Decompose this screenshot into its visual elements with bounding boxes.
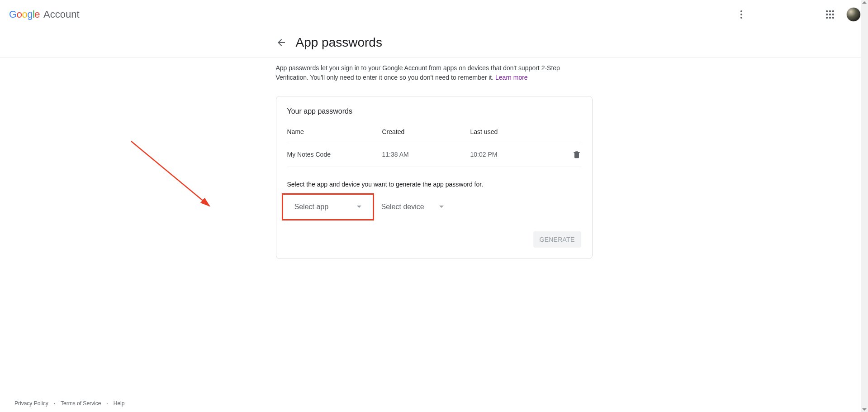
table-row: My Notes Code 11:38 AM 10:02 PM — [287, 142, 581, 167]
row-last-used: 10:02 PM — [470, 151, 563, 158]
logo-group[interactable]: Google Account — [9, 9, 80, 20]
col-created: Created — [382, 128, 470, 135]
select-instruction: Select the app and device you want to ge… — [287, 181, 581, 188]
terms-link[interactable]: Terms of Service — [61, 400, 101, 407]
header-actions — [732, 5, 861, 24]
app-passwords-card: Your app passwords Name Created Last use… — [276, 96, 593, 259]
chevron-down-icon — [439, 206, 444, 208]
select-app-label: Select app — [294, 203, 329, 211]
col-last-used: Last used — [470, 128, 563, 135]
generate-button[interactable]: GENERATE — [533, 231, 581, 248]
col-name: Name — [287, 128, 382, 135]
svg-line-0 — [131, 141, 209, 206]
delete-button[interactable] — [572, 149, 581, 159]
google-apps-button[interactable] — [821, 5, 839, 24]
page-title: App passwords — [296, 35, 382, 50]
row-name: My Notes Code — [287, 151, 382, 158]
google-logo: Google — [9, 9, 40, 20]
selects-row: Select app Select device — [287, 196, 581, 218]
scrollbar[interactable] — [861, 0, 868, 412]
select-device-label: Select device — [381, 203, 424, 211]
row-created: 11:38 AM — [382, 151, 470, 158]
annotation-arrow — [130, 140, 221, 217]
card-title: Your app passwords — [287, 107, 581, 115]
learn-more-link[interactable]: Learn more — [495, 74, 528, 81]
help-link[interactable]: Help — [114, 400, 125, 407]
product-name: Account — [43, 9, 80, 20]
scroll-up-icon[interactable] — [862, 1, 867, 4]
select-app-dropdown[interactable]: Select app — [287, 196, 369, 218]
scroll-down-icon[interactable] — [862, 408, 867, 411]
title-row: App passwords — [276, 35, 593, 50]
header-divider — [0, 57, 868, 57]
table-header: Name Created Last used — [287, 128, 581, 142]
avatar[interactable] — [846, 7, 861, 22]
select-device-dropdown[interactable]: Select device — [374, 196, 451, 218]
apps-grid-icon — [826, 10, 834, 19]
privacy-link[interactable]: Privacy Policy — [14, 400, 48, 407]
back-arrow-icon[interactable] — [276, 37, 287, 48]
page-description: App passwords let you sign in to your Go… — [276, 63, 593, 82]
footer: Privacy Policy · Terms of Service · Help — [14, 400, 124, 407]
chevron-down-icon — [357, 206, 361, 208]
more-vert-icon — [740, 10, 742, 19]
app-header: Google Account — [0, 0, 868, 29]
more-options-button[interactable] — [732, 5, 750, 24]
